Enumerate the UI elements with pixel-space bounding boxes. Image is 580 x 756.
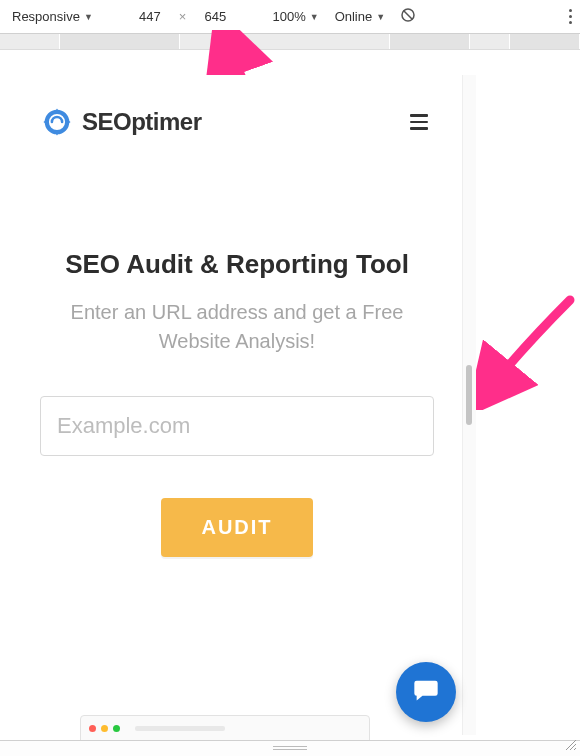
gear-arrows-icon <box>40 105 74 139</box>
browser-mockup-image <box>80 715 370 741</box>
brand-name: SEOptimer <box>82 108 202 136</box>
device-mode-select[interactable]: Responsive ▼ <box>8 7 97 26</box>
kebab-menu-icon <box>569 9 572 24</box>
chevron-down-icon: ▼ <box>84 12 93 22</box>
audit-button[interactable]: AUDIT <box>161 498 312 557</box>
chat-launcher-button[interactable] <box>396 662 456 722</box>
chevron-down-icon: ▼ <box>310 12 319 22</box>
more-options-button[interactable] <box>569 9 572 24</box>
breakpoint-ruler[interactable] <box>0 34 580 50</box>
throttle-label: Online <box>335 9 373 24</box>
hamburger-icon <box>410 114 428 117</box>
viewport-width-input[interactable] <box>127 7 173 27</box>
viewport-height-input[interactable] <box>192 7 238 27</box>
chat-bubble-icon <box>412 676 440 708</box>
brand-logo[interactable]: SEOptimer <box>40 105 202 139</box>
window-footer <box>0 740 580 756</box>
viewport-size-controls: × <box>127 7 239 27</box>
svg-line-1 <box>404 11 413 20</box>
page-body: SEOptimer SEO Audit & Reporting Tool Ent… <box>12 75 462 735</box>
page-subtitle: Enter an URL address and get a Free Webs… <box>40 298 434 356</box>
dimension-separator: × <box>177 9 189 24</box>
devtools-device-toolbar: Responsive ▼ × 100% ▼ Online ▼ <box>0 0 580 34</box>
site-header: SEOptimer <box>40 95 434 139</box>
viewport-resize-handle-right[interactable] <box>462 75 476 735</box>
device-mode-label: Responsive <box>12 9 80 24</box>
resize-corner-icon[interactable] <box>564 736 576 754</box>
zoom-select[interactable]: 100% ▼ <box>268 7 322 26</box>
hero-section: SEO Audit & Reporting Tool Enter an URL … <box>40 249 434 557</box>
chevron-down-icon: ▼ <box>376 12 385 22</box>
resize-grip-icon <box>466 365 472 425</box>
rotate-icon[interactable] <box>399 6 417 27</box>
emulated-viewport[interactable]: SEOptimer SEO Audit & Reporting Tool Ent… <box>12 75 462 735</box>
throttle-select[interactable]: Online ▼ <box>331 7 390 26</box>
menu-button[interactable] <box>404 108 434 136</box>
svg-point-2 <box>47 112 67 132</box>
zoom-label: 100% <box>272 9 305 24</box>
url-input[interactable] <box>40 396 434 456</box>
page-title: SEO Audit & Reporting Tool <box>40 249 434 280</box>
device-stage: SEOptimer SEO Audit & Reporting Tool Ent… <box>0 50 580 740</box>
drag-handle-icon[interactable] <box>273 746 307 750</box>
annotation-arrow-right <box>470 290 580 410</box>
svg-line-5 <box>574 748 576 750</box>
